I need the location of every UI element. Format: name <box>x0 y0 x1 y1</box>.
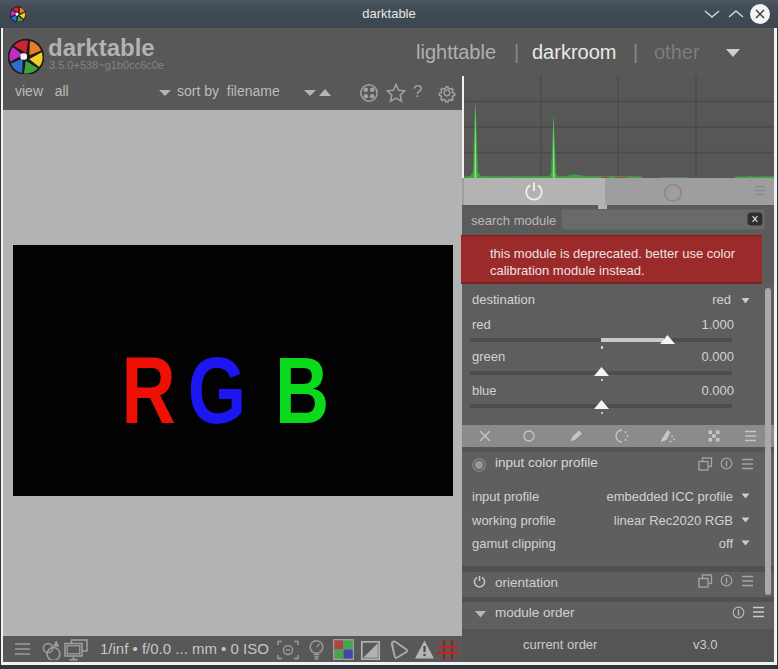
svg-text:R: R <box>121 338 175 443</box>
svg-text:B: B <box>275 338 329 443</box>
svg-text:G: G <box>188 338 246 443</box>
